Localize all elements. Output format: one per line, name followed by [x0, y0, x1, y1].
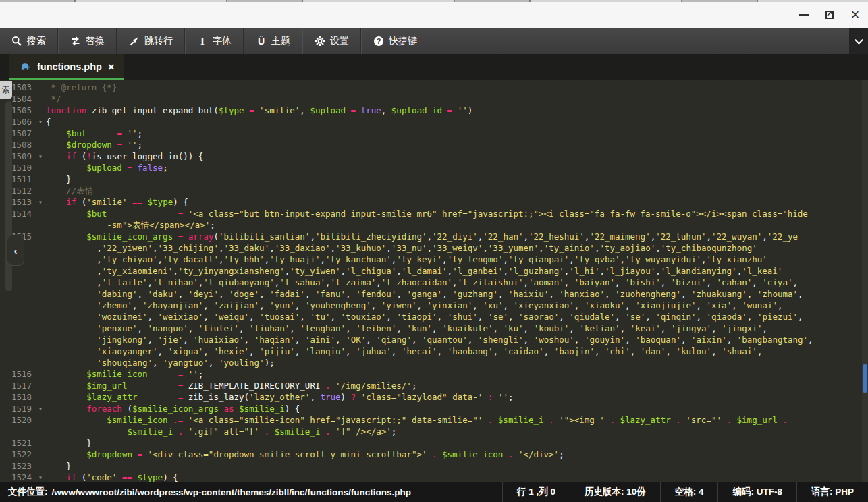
tab-functions-php[interactable]: functions.php ×: [9, 54, 124, 80]
code-line-wrap[interactable]: $smilie_i . '.gif" alt="[' . $smilie_i .…: [0, 426, 868, 437]
code-editor[interactable]: 1503 * @return {*}1504 */1505function zi…: [0, 80, 868, 482]
code-line-wrap[interactable]: 'penxue', 'nanguo', 'liulei', 'liuhan', …: [0, 323, 868, 334]
status-language[interactable]: 语言: PHP: [796, 482, 868, 502]
code-line-wrap[interactable]: 'wozuimei', 'weixiao', 'weiqu', 'tuosai'…: [0, 311, 868, 323]
code-line[interactable]: 1503 * @return {*}: [0, 82, 868, 93]
fold-spacer: [35, 254, 46, 265]
toolbar-button-hotkeys[interactable]: ?快捷键: [361, 28, 429, 54]
code-text: function zib_get_input_expand_but($type …: [46, 105, 868, 116]
chevron-left-icon: ‹: [14, 245, 18, 256]
line-number: [0, 300, 35, 311]
code-text: $smilie_icon_args = array('bilibili_sanl…: [46, 231, 868, 242]
fold-spacer: [35, 288, 46, 300]
code-line-wrap[interactable]: 'dabing', 'daku', 'deyi', 'doge', 'fadai…: [0, 288, 868, 300]
status-indent-spaces[interactable]: 空格: 4: [660, 482, 718, 502]
fold-spacer: [35, 231, 46, 242]
code-line[interactable]: 1517 $img_url = ZIB_TEMPLATE_DIRECTORY_U…: [0, 380, 868, 391]
code-line[interactable]: 1524▾ if ('code' == $type) {: [0, 472, 868, 482]
status-cursor-position[interactable]: 行 1 ,列 0: [502, 482, 570, 502]
code-line[interactable]: 1506▾{: [0, 116, 868, 128]
fold-arrow-icon[interactable]: ▾: [35, 472, 46, 482]
window-controls: ×: [798, 2, 861, 28]
code-line[interactable]: 1515 $smilie_icon_args = array('bilibili…: [0, 231, 868, 242]
code-line[interactable]: 1519▾ foreach ($smilie_icon_args as $smi…: [0, 403, 868, 414]
code-line-wrap[interactable]: 'xiaoyanger', 'xigua', 'hexie', 'pijiu',…: [0, 345, 868, 357]
code-line-wrap[interactable]: 'zhemo', 'zhayanjian', 'zaijian', 'yun',…: [0, 300, 868, 311]
status-history-versions[interactable]: 历史版本: 10份: [570, 482, 660, 502]
toolbar-button-label: 设置: [330, 35, 349, 47]
side-panel-tab[interactable]: 索: [0, 81, 12, 99]
fold-spacer: [35, 219, 46, 231]
code-text: $dropdown = '<div class="dropdown-smilie…: [46, 449, 868, 460]
fold-spacer: [35, 460, 46, 472]
code-line-wrap[interactable]: 'shouqiang', 'yangtuo', 'youling');: [0, 357, 868, 368]
line-number: 1523: [0, 460, 35, 472]
close-button[interactable]: ×: [849, 9, 861, 21]
code-line[interactable]: 1518 $lazy_attr = zib_is_lazy('lazy_othe…: [0, 391, 868, 403]
vertical-scrollbar-track[interactable]: [862, 80, 868, 482]
minimize-button[interactable]: [798, 9, 810, 21]
code-line-wrap[interactable]: ,'ty_chiyao','ty_dacall','ty_hhh','ty_hu…: [0, 254, 868, 265]
gear-icon: [315, 36, 325, 47]
code-text: */: [46, 93, 868, 105]
code-line[interactable]: 1522 $dropdown = '<div class="dropdown-s…: [0, 449, 868, 460]
status-bar: 文件位置: /www/wwwroot/zibi/wordpress/wp-con…: [0, 482, 868, 502]
code-text: $smilie_icon .= '<a class="smilie-icon" …: [46, 414, 868, 426]
fold-arrow-icon[interactable]: ▾: [35, 196, 46, 208]
code-line[interactable]: 1507 $but = '';: [0, 128, 868, 139]
code-line[interactable]: 1510 $upload = false;: [0, 162, 868, 173]
code-line[interactable]: 1513▾ if ('smilie' == $type) {: [0, 196, 868, 208]
line-number: [0, 311, 35, 323]
code-line[interactable]: 1521 }: [0, 437, 868, 449]
fold-arrow-icon[interactable]: ▾: [35, 403, 46, 414]
code-line[interactable]: 1508 $dropdown = '';: [0, 139, 868, 150]
code-line[interactable]: 1505function zib_get_input_expand_but($t…: [0, 105, 868, 116]
toolbar-button-goto-line[interactable]: 跳转行: [117, 28, 185, 54]
code-line[interactable]: 1516 $smilie_icon = '';: [0, 368, 868, 380]
fold-arrow-icon[interactable]: ▾: [35, 116, 46, 128]
toolbar-button-label: 替换: [86, 35, 105, 47]
toolbar-button-replace[interactable]: 替换: [58, 28, 117, 54]
code-line[interactable]: 1512 //表情: [0, 185, 868, 196]
code-line-wrap[interactable]: ,'ty_xiaomieni','ty_yinyangxiansheng','t…: [0, 265, 868, 277]
vertical-scrollbar-thumb[interactable]: [863, 364, 867, 393]
php-file-icon: [20, 61, 31, 72]
line-number: [0, 426, 35, 437]
code-text: if ('smilie' == $type) {: [46, 196, 868, 208]
fold-arrow-icon[interactable]: ▾: [35, 150, 46, 162]
toolbar-button-font[interactable]: I字体: [185, 28, 244, 54]
toolbar-button-search[interactable]: 搜索: [0, 28, 58, 54]
tab-close-icon[interactable]: ×: [108, 61, 115, 73]
fold-spacer: [35, 128, 46, 139]
toolbar-button-settings[interactable]: 设置: [302, 28, 361, 54]
code-line[interactable]: 1511 }: [0, 173, 868, 185]
file-path[interactable]: /www/wwwroot/zibi/wordpress/wp-content/t…: [52, 487, 412, 497]
status-encoding[interactable]: 编码: UTF-8: [717, 482, 796, 502]
line-number: 1522: [0, 449, 35, 460]
fold-spacer: [35, 242, 46, 254]
code-line-wrap[interactable]: 'jingkong', 'jie', 'huaixiao', 'haqian',…: [0, 334, 868, 345]
code-text: 'shouqiang', 'yangtuo', 'youling');: [46, 357, 868, 368]
toolbar-button-theme[interactable]: Ü主题: [244, 28, 302, 54]
collapse-panel-button[interactable]: ‹: [7, 235, 24, 266]
code-text: if ('code' == $type) {: [46, 472, 868, 482]
code-text: * @return {*}: [46, 82, 868, 93]
code-line[interactable]: 1520 $smilie_icon .= '<a class="smilie-i…: [0, 414, 868, 426]
fold-spacer: [35, 277, 46, 288]
line-number: 1519: [0, 403, 35, 414]
toolbar-overflow-button[interactable]: [849, 28, 868, 54]
code-line[interactable]: 1523 }: [0, 460, 868, 472]
minimize-icon: [799, 14, 809, 16]
code-line-wrap[interactable]: ,'22_yiwen','33_chijing','33_daku','33_d…: [0, 242, 868, 254]
code-line[interactable]: 1509▾ if (!is_user_logged_in()) {: [0, 150, 868, 162]
fold-spacer: [35, 311, 46, 323]
maximize-button[interactable]: [823, 9, 836, 21]
code-line[interactable]: 1514 $but = '<a class="but btn-input-exp…: [0, 208, 868, 219]
code-line-wrap[interactable]: -sm">表情</span></a>';: [0, 219, 868, 231]
fold-spacer: [35, 437, 46, 449]
code-line[interactable]: 1504 */: [0, 93, 868, 105]
code-line-wrap[interactable]: ,'l_laile','l_nihao','l_qiubaoyang','l_s…: [0, 277, 868, 288]
code-text: if (!is_user_logged_in()) {: [46, 150, 868, 162]
fold-spacer: [35, 208, 46, 219]
line-number: 1521: [0, 437, 35, 449]
